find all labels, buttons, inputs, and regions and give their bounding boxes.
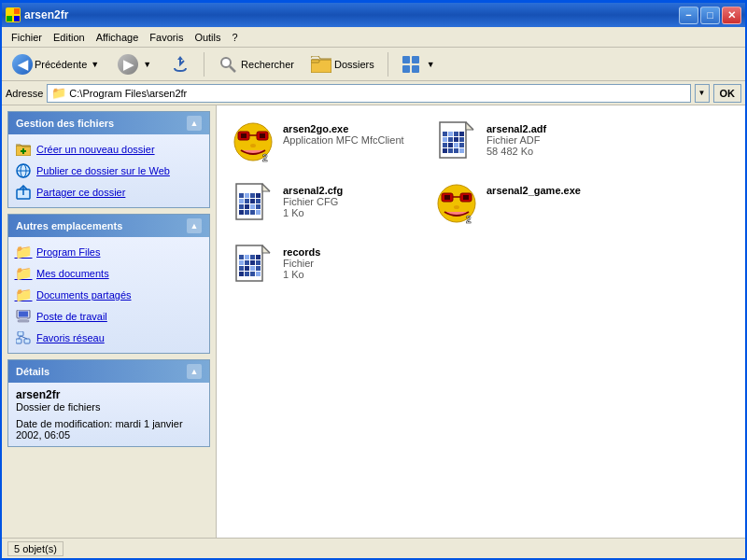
sidebar-link-program-files[interactable]: 📁 Program Files bbox=[12, 243, 205, 261]
share-label: Partager ce dossier bbox=[36, 187, 125, 198]
folders-label: Dossiers bbox=[334, 59, 374, 70]
sidebar-section-gestion-collapse[interactable]: ▲ bbox=[187, 116, 202, 131]
up-icon bbox=[170, 54, 190, 75]
sidebar-section-gestion-header[interactable]: Gestion des fichiers ▲ bbox=[8, 112, 209, 134]
toolbar-separator-2 bbox=[388, 52, 388, 77]
svg-rect-55 bbox=[454, 148, 458, 153]
sidebar-link-publish[interactable]: Publier ce dossier sur le Web bbox=[12, 161, 205, 180]
back-icon: ◀ bbox=[12, 54, 33, 75]
maximize-button[interactable]: □ bbox=[700, 7, 720, 24]
svg-rect-24 bbox=[18, 320, 29, 322]
menu-fichier[interactable]: Fichier bbox=[6, 30, 48, 45]
menu-help[interactable]: ? bbox=[227, 30, 244, 45]
address-input-wrapper: 📁 bbox=[47, 84, 690, 103]
sidebar-section-autres-collapse[interactable]: ▲ bbox=[187, 218, 202, 233]
sidebar-section-details-collapse[interactable]: ▲ bbox=[187, 364, 202, 379]
menu-outils[interactable]: Outils bbox=[189, 30, 226, 45]
folders-icon bbox=[311, 54, 331, 75]
address-dropdown-button[interactable]: ▼ bbox=[695, 84, 710, 103]
svg-rect-49 bbox=[443, 143, 447, 147]
favoris-reseau-label: Favoris réseau bbox=[36, 332, 105, 343]
file-info-arsenal2-cfg: arsenal2.cfg Fichier CFG 1 Ko bbox=[283, 181, 343, 218]
file-item-arsenal2-adf[interactable]: arsenal2.adf Fichier ADF 58 482 Ko bbox=[430, 115, 626, 169]
poste-travail-label: Poste de travail bbox=[36, 311, 107, 322]
window-icon bbox=[6, 7, 21, 22]
svg-rect-35 bbox=[260, 133, 265, 138]
sidebar-link-poste-travail[interactable]: Poste de travail bbox=[12, 307, 205, 326]
forward-button[interactable]: ▶ ▼ bbox=[111, 50, 160, 78]
svg-rect-27 bbox=[24, 339, 30, 343]
details-folder-type: Dossier de fichiers bbox=[16, 401, 202, 413]
search-label: Rechercher bbox=[241, 59, 294, 70]
new-folder-icon bbox=[16, 142, 31, 157]
file-size-records: 1 Ko bbox=[283, 269, 320, 280]
svg-rect-74 bbox=[250, 210, 255, 215]
file-item-records[interactable]: records Fichier 1 Ko bbox=[226, 238, 422, 292]
sidebar-link-share[interactable]: Partager ce dossier bbox=[12, 183, 205, 202]
publish-label: Publier ce dossier sur le Web bbox=[36, 165, 170, 176]
sidebar-link-docs-partages[interactable]: 📁 Documents partagés bbox=[12, 286, 205, 304]
file-size-arsenal2-cfg: 1 Ko bbox=[283, 207, 343, 218]
svg-rect-90 bbox=[256, 255, 261, 259]
file-area: 2 arsen2go.exe Application MFC MfcClient bbox=[217, 105, 745, 538]
sidebar-link-mes-docs[interactable]: 📁 Mes documents bbox=[12, 264, 205, 283]
sidebar-section-details-header[interactable]: Détails ▲ bbox=[8, 360, 209, 383]
forward-dropdown-arrow[interactable]: ▼ bbox=[141, 57, 153, 72]
svg-rect-9 bbox=[402, 56, 410, 63]
file-type-arsenal2-adf: Fichier ADF bbox=[486, 134, 546, 146]
window-controls: − □ ✕ bbox=[679, 7, 741, 24]
share-icon bbox=[16, 185, 31, 200]
file-item-arsen2go[interactable]: 2 arsen2go.exe Application MFC MfcClient bbox=[226, 115, 422, 169]
minimize-button[interactable]: − bbox=[679, 7, 698, 24]
back-button[interactable]: ◀ Précédente ▼ bbox=[6, 50, 107, 78]
svg-line-29 bbox=[21, 336, 27, 339]
search-button[interactable]: Rechercher bbox=[211, 50, 301, 78]
views-dropdown-arrow[interactable]: ▼ bbox=[425, 57, 437, 72]
details-modified-label: Date de modification: bbox=[16, 418, 112, 429]
mes-docs-icon: 📁 bbox=[16, 266, 31, 281]
address-go-button[interactable]: OK bbox=[713, 84, 742, 103]
favoris-reseau-icon bbox=[16, 330, 31, 345]
sidebar-section-autres: Autres emplacements ▲ 📁 Program Files 📁 … bbox=[7, 214, 210, 354]
menu-affichage[interactable]: Affichage bbox=[91, 30, 145, 45]
svg-point-5 bbox=[221, 58, 231, 67]
toolbar: ◀ Précédente ▼ ▶ ▼ bbox=[2, 48, 745, 81]
svg-text:2: 2 bbox=[466, 215, 472, 225]
svg-rect-51 bbox=[454, 143, 458, 147]
svg-rect-95 bbox=[239, 266, 244, 271]
svg-rect-66 bbox=[250, 199, 255, 203]
svg-rect-93 bbox=[250, 260, 255, 265]
sidebar-section-autres-body: 📁 Program Files 📁 Mes documents 📁 Docume… bbox=[8, 237, 209, 353]
sidebar-link-new-folder[interactable]: Créer un nouveau dossier bbox=[12, 140, 205, 159]
svg-point-82 bbox=[454, 205, 459, 209]
menu-bar: Fichier Edition Affichage Favoris Outils… bbox=[2, 27, 745, 48]
svg-rect-75 bbox=[256, 210, 261, 215]
svg-rect-100 bbox=[245, 272, 249, 276]
file-name-arsen2go: arsen2go.exe bbox=[283, 123, 404, 134]
svg-rect-60 bbox=[239, 193, 244, 198]
sidebar-link-favoris-reseau[interactable]: Favoris réseau bbox=[12, 329, 205, 347]
address-input[interactable] bbox=[69, 88, 685, 99]
status-panel-objects: 5 objet(s) bbox=[7, 541, 63, 556]
file-size-arsenal2-adf: 58 482 Ko bbox=[486, 146, 546, 157]
svg-rect-48 bbox=[459, 137, 464, 142]
forward-icon: ▶ bbox=[118, 54, 138, 75]
back-dropdown-arrow[interactable]: ▼ bbox=[89, 57, 101, 72]
title-bar: arsen2fr − □ ✕ bbox=[2, 3, 745, 27]
folders-button[interactable]: Dossiers bbox=[304, 50, 381, 78]
sidebar-section-autres-header[interactable]: Autres emplacements ▲ bbox=[8, 215, 209, 237]
views-button[interactable]: ▼ bbox=[395, 50, 444, 78]
file-icon-records bbox=[231, 243, 275, 287]
svg-rect-54 bbox=[448, 148, 453, 153]
address-label: Adresse bbox=[6, 88, 43, 99]
menu-favoris[interactable]: Favoris bbox=[144, 30, 189, 45]
file-item-arsenal2-game[interactable]: 2 arsenal2_game.exe bbox=[430, 176, 626, 231]
menu-edition[interactable]: Edition bbox=[48, 30, 91, 45]
svg-rect-26 bbox=[16, 339, 21, 343]
file-item-arsenal2-cfg[interactable]: arsenal2.cfg Fichier CFG 1 Ko bbox=[226, 176, 422, 231]
close-button[interactable]: ✕ bbox=[722, 7, 741, 24]
svg-rect-96 bbox=[245, 266, 249, 271]
up-button[interactable] bbox=[163, 50, 197, 78]
svg-text:2: 2 bbox=[262, 153, 268, 163]
svg-rect-99 bbox=[239, 272, 244, 276]
